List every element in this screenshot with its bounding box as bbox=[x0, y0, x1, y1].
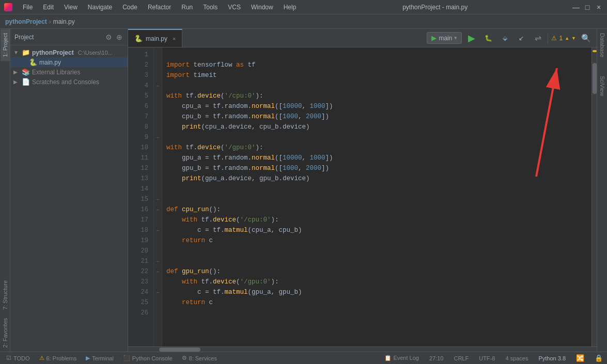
maximize-button[interactable]: □ bbox=[583, 3, 592, 11]
main-area: 1: Project 7: Structure 2: Favorites Pro… bbox=[0, 29, 607, 352]
run-config-label: main bbox=[439, 35, 452, 42]
warning-scroll-marker bbox=[593, 50, 597, 52]
tab-database[interactable]: Database bbox=[598, 29, 607, 61]
minimize-button[interactable]: — bbox=[572, 3, 580, 11]
menu-edit[interactable]: Edit bbox=[41, 3, 56, 12]
warning-icon: ⚠ bbox=[551, 35, 557, 42]
cursor-position[interactable]: 27:10 bbox=[427, 355, 446, 361]
sidebar-title: Project bbox=[14, 34, 101, 41]
status-tab-todo[interactable]: ☑ TODO bbox=[2, 352, 34, 364]
tree-label-project: pythonProject bbox=[32, 49, 74, 56]
sidebar-tree: ▼ 📁 pythonProject C:\Users\10... 🐍 main.… bbox=[10, 45, 128, 352]
warnings-indicator[interactable]: ⚠ 1 ▲ ▼ bbox=[551, 35, 576, 42]
tree-item-main[interactable]: 🐍 main.py bbox=[10, 57, 128, 67]
h-scroll-thumb[interactable] bbox=[159, 347, 200, 352]
code-content[interactable]: import tensorflow as tf import timeit wi… bbox=[162, 48, 592, 346]
menu-tools[interactable]: Tools bbox=[201, 3, 220, 12]
tree-item-scratches[interactable]: ▶ 📄 Scratches and Consoles bbox=[10, 77, 128, 87]
line-numbers: 1234567 891011121314 15161718192021 2223… bbox=[128, 48, 154, 346]
warning-up-icon: ▲ bbox=[565, 36, 569, 41]
status-bar-right: 📋 Event Log 27:10 CRLF UTF-8 4 spaces Py… bbox=[382, 354, 605, 362]
debug-button[interactable]: 🐛 bbox=[481, 31, 495, 45]
tab-label: main.py bbox=[146, 35, 167, 42]
tab-favorites[interactable]: 2: Favorites bbox=[1, 314, 10, 352]
python-file-icon: 🐍 bbox=[29, 58, 37, 66]
breadcrumb-bar: pythonProject › main.py bbox=[0, 14, 607, 29]
git-icon[interactable]: 🔀 bbox=[574, 354, 586, 362]
tree-arrow-ext: ▶ bbox=[13, 69, 20, 75]
encoding[interactable]: UTF-8 bbox=[477, 355, 497, 361]
menu-window[interactable]: Window bbox=[249, 3, 275, 12]
window-controls: — □ × bbox=[572, 3, 603, 11]
menu-file[interactable]: File bbox=[21, 3, 35, 12]
library-icon: 📚 bbox=[22, 68, 30, 76]
coverage-button[interactable]: ⬙ bbox=[498, 31, 511, 45]
tree-path: C:\Users\10... bbox=[78, 50, 113, 56]
toolbar-separator bbox=[548, 33, 548, 43]
sidebar-gear-icon[interactable]: ⚙ bbox=[104, 32, 113, 42]
warning-count: 1 bbox=[559, 35, 563, 42]
python-console-icon: ⬛ bbox=[123, 355, 130, 361]
menu-code[interactable]: Code bbox=[120, 3, 139, 12]
tree-item-pythonproject[interactable]: ▼ 📁 pythonProject C:\Users\10... bbox=[10, 48, 128, 57]
window-title: pythonProject - main.py bbox=[302, 4, 568, 11]
warning-down-icon: ▼ bbox=[571, 36, 576, 41]
indent-style[interactable]: 4 spaces bbox=[503, 355, 530, 361]
horizontal-scrollbar[interactable] bbox=[128, 346, 597, 352]
scroll-thumb[interactable] bbox=[593, 63, 597, 94]
lock-icon[interactable]: 🔒 bbox=[593, 354, 605, 362]
todo-icon: ☑ bbox=[6, 355, 11, 361]
tab-project[interactable]: 1: Project bbox=[1, 29, 10, 61]
event-log-button[interactable]: 📋 Event Log bbox=[382, 355, 421, 361]
editor-tab-main[interactable]: 🐍 main.py × bbox=[128, 29, 182, 47]
project-breadcrumb[interactable]: pythonProject bbox=[5, 18, 47, 25]
breadcrumb-separator: › bbox=[49, 18, 51, 25]
tree-arrow: ▼ bbox=[13, 50, 20, 55]
close-button[interactable]: × bbox=[595, 3, 603, 11]
menu-view[interactable]: View bbox=[62, 3, 80, 12]
python-version[interactable]: Python 3.8 bbox=[536, 355, 568, 361]
tree-label-scratches: Scratches and Consoles bbox=[32, 78, 99, 86]
title-bar: File Edit View Navigate Code Refactor Ru… bbox=[0, 0, 607, 14]
status-tab-services[interactable]: ⚙ 8: Services bbox=[178, 352, 221, 364]
file-breadcrumb[interactable]: main.py bbox=[53, 18, 75, 25]
search-button[interactable]: 🔍 bbox=[579, 31, 593, 45]
tab-close-button[interactable]: × bbox=[173, 36, 176, 42]
menu-help[interactable]: Help bbox=[282, 3, 299, 12]
line-endings[interactable]: CRLF bbox=[452, 355, 471, 361]
run-config-selector[interactable]: ▶ main ▾ bbox=[427, 32, 462, 44]
terminal-icon: ▶ bbox=[86, 355, 90, 361]
event-log-icon: 📋 bbox=[384, 355, 392, 361]
run-button[interactable]: ▶ bbox=[465, 31, 478, 45]
fold-markers: − − − − − − − − bbox=[154, 48, 162, 346]
menu-bar: File Edit View Navigate Code Refactor Ru… bbox=[21, 3, 298, 12]
run-config-dropdown-icon: ▾ bbox=[454, 35, 457, 41]
todo-label: TODO bbox=[13, 355, 30, 361]
sidebar-add-icon[interactable]: ⊕ bbox=[115, 32, 123, 42]
menu-run[interactable]: Run bbox=[179, 3, 195, 12]
run-with-coverage-button[interactable]: ↙ bbox=[515, 31, 528, 45]
project-sidebar: Project ⚙ ⊕ ▼ 📁 pythonProject C:\Users\1… bbox=[10, 29, 128, 352]
problems-label: 6: Problems bbox=[46, 355, 77, 361]
left-sidebar-tabs: 1: Project 7: Structure 2: Favorites bbox=[0, 29, 10, 352]
tab-sciview[interactable]: SciView bbox=[598, 72, 607, 100]
app-icon bbox=[4, 3, 12, 11]
tree-item-external[interactable]: ▶ 📚 External Libraries bbox=[10, 67, 128, 77]
status-tab-terminal[interactable]: ▶ Terminal bbox=[82, 352, 118, 364]
vertical-scrollbar[interactable] bbox=[592, 48, 597, 346]
sidebar-actions: ⚙ ⊕ bbox=[104, 32, 123, 42]
status-tab-problems[interactable]: ⚠ 6: Problems bbox=[35, 352, 81, 364]
more-actions-button[interactable]: ⇌ bbox=[531, 31, 544, 45]
event-log-label: Event Log bbox=[393, 355, 419, 361]
menu-refactor[interactable]: Refactor bbox=[146, 3, 173, 12]
tab-structure[interactable]: 7: Structure bbox=[1, 276, 10, 314]
menu-navigate[interactable]: Navigate bbox=[86, 3, 114, 12]
code-editor[interactable]: 1234567 891011121314 15161718192021 2223… bbox=[128, 48, 597, 346]
tree-label-external: External Libraries bbox=[32, 69, 80, 76]
tab-python-icon: 🐍 bbox=[134, 35, 143, 42]
menu-vcs[interactable]: VCS bbox=[226, 3, 243, 12]
status-tab-python-console[interactable]: ⬛ Python Console bbox=[119, 352, 177, 364]
status-bar: ☑ TODO ⚠ 6: Problems ▶ Terminal ⬛ Python… bbox=[0, 352, 607, 364]
python-console-label: Python Console bbox=[132, 355, 173, 361]
services-label: 8: Services bbox=[189, 355, 217, 361]
